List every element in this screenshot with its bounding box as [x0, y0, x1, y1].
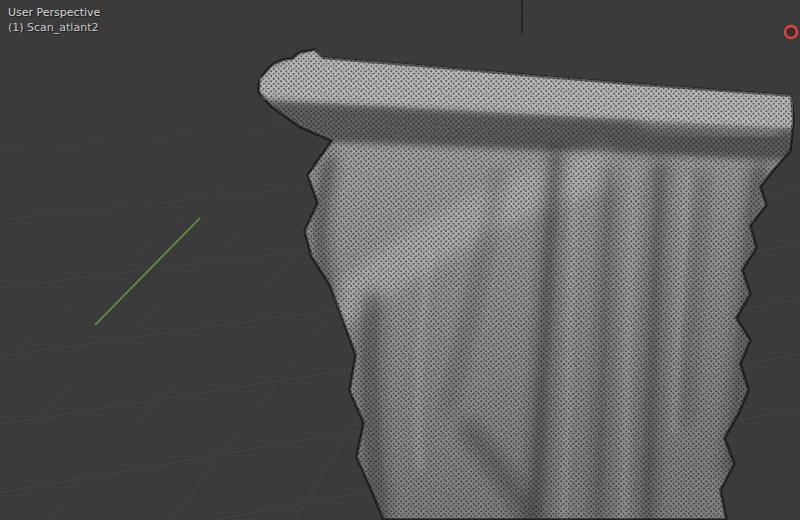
red-axis-gizmo-icon[interactable]	[785, 26, 797, 38]
blender-3d-viewport[interactable]: User Perspective (1) Scan_atlant2	[0, 0, 800, 520]
y-axis-line	[95, 218, 200, 325]
viewport-scene	[0, 0, 800, 520]
